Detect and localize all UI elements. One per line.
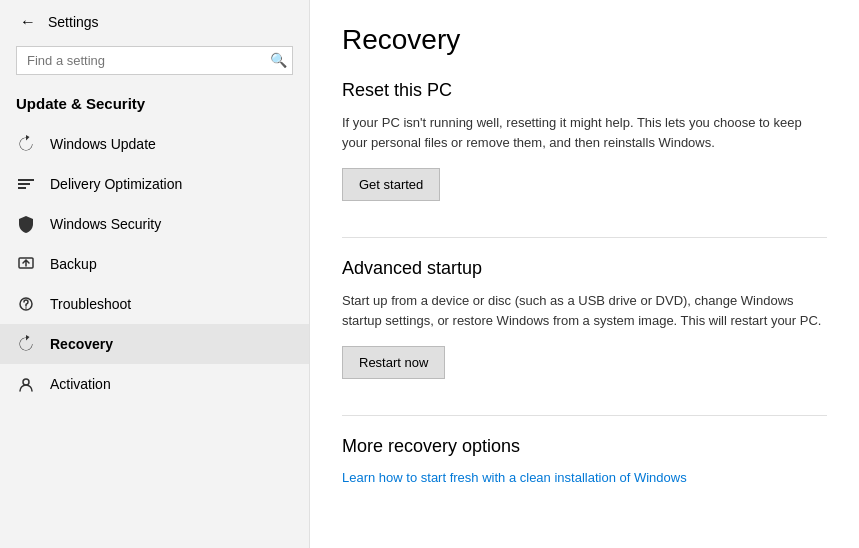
svg-rect-1 bbox=[18, 183, 30, 185]
svg-rect-2 bbox=[18, 187, 26, 189]
reset-pc-description: If your PC isn't running well, resetting… bbox=[342, 113, 822, 152]
sidebar-item-label: Troubleshoot bbox=[50, 296, 131, 312]
svg-rect-0 bbox=[18, 179, 34, 181]
sidebar-item-recovery[interactable]: Recovery bbox=[0, 324, 309, 364]
sidebar-item-backup[interactable]: Backup bbox=[0, 244, 309, 284]
reset-pc-section: Reset this PC If your PC isn't running w… bbox=[342, 80, 827, 229]
search-icon-button[interactable]: 🔍 bbox=[270, 52, 287, 68]
sidebar-header: ← Settings bbox=[0, 0, 309, 42]
sidebar: ← Settings 🔍 Update & Security Windows U… bbox=[0, 0, 310, 548]
windows-update-icon bbox=[16, 134, 36, 154]
svg-point-5 bbox=[25, 307, 27, 309]
page-title: Recovery bbox=[342, 24, 827, 56]
sidebar-item-windows-update[interactable]: Windows Update bbox=[0, 124, 309, 164]
delivery-optimization-icon bbox=[16, 174, 36, 194]
divider-2 bbox=[342, 415, 827, 416]
sidebar-item-label: Recovery bbox=[50, 336, 113, 352]
svg-point-6 bbox=[23, 379, 29, 385]
sidebar-item-windows-security[interactable]: Windows Security bbox=[0, 204, 309, 244]
recovery-icon bbox=[16, 334, 36, 354]
sidebar-item-label: Delivery Optimization bbox=[50, 176, 182, 192]
advanced-startup-section: Advanced startup Start up from a device … bbox=[342, 258, 827, 407]
more-recovery-heading: More recovery options bbox=[342, 436, 827, 457]
sidebar-item-delivery-optimization[interactable]: Delivery Optimization bbox=[0, 164, 309, 204]
sidebar-item-label: Windows Security bbox=[50, 216, 161, 232]
sidebar-item-label: Backup bbox=[50, 256, 97, 272]
advanced-startup-description: Start up from a device or disc (such as … bbox=[342, 291, 822, 330]
restart-now-button[interactable]: Restart now bbox=[342, 346, 445, 379]
sidebar-item-activation[interactable]: Activation bbox=[0, 364, 309, 404]
sidebar-item-troubleshoot[interactable]: Troubleshoot bbox=[0, 284, 309, 324]
divider-1 bbox=[342, 237, 827, 238]
sidebar-item-label: Activation bbox=[50, 376, 111, 392]
reset-pc-heading: Reset this PC bbox=[342, 80, 827, 101]
sidebar-nav: Windows Update Delivery Optimization Win… bbox=[0, 124, 309, 404]
back-arrow-icon: ← bbox=[20, 14, 36, 30]
clean-install-link[interactable]: Learn how to start fresh with a clean in… bbox=[342, 470, 687, 485]
sidebar-item-label: Windows Update bbox=[50, 136, 156, 152]
search-container: 🔍 bbox=[0, 42, 309, 87]
troubleshoot-icon bbox=[16, 294, 36, 314]
advanced-startup-heading: Advanced startup bbox=[342, 258, 827, 279]
app-title: Settings bbox=[48, 14, 99, 30]
main-content: Recovery Reset this PC If your PC isn't … bbox=[310, 0, 859, 548]
more-recovery-section: More recovery options Learn how to start… bbox=[342, 436, 827, 485]
backup-icon bbox=[16, 254, 36, 274]
activation-icon bbox=[16, 374, 36, 394]
windows-security-icon bbox=[16, 214, 36, 234]
search-icon: 🔍 bbox=[270, 52, 287, 68]
back-button[interactable]: ← bbox=[16, 10, 40, 34]
search-input[interactable] bbox=[16, 46, 293, 75]
get-started-button[interactable]: Get started bbox=[342, 168, 440, 201]
section-label: Update & Security bbox=[0, 87, 309, 124]
